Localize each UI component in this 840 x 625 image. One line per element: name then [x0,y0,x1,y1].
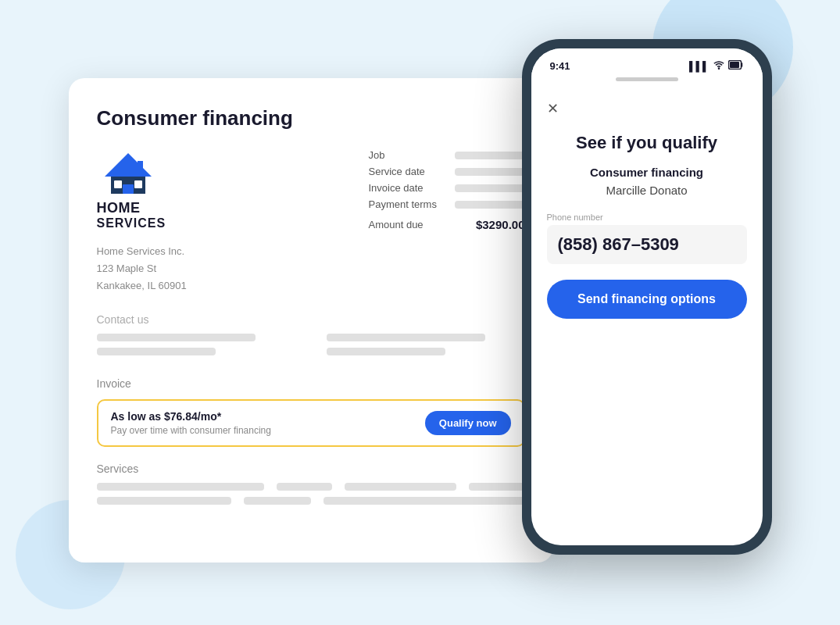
contact-heading: Contact us [97,313,295,326]
services-section-label: Services [97,462,525,475]
srv-bar-6 [244,497,311,505]
invoice-section-label: Invoice [97,377,525,390]
srv-bar-7 [323,497,525,505]
qualify-now-button[interactable]: Qualify now [425,411,511,435]
financing-label: Consumer financing [547,166,747,179]
contact-bar-4 [327,348,445,355]
phone-status-bar: 9:41 ▌▌▌ [531,48,763,77]
invoice-details: Job Service date Invoice date Payment te… [369,149,525,295]
contact-heading-right: . [327,313,525,326]
financing-text-area: As low as $76.84/mo* Pay over time with … [111,410,271,436]
status-icons: ▌▌▌ [689,59,744,73]
scene: Consumer financing HOM [69,39,772,586]
company-address: Home Services Inc. 123 Maple St Kankakee… [97,243,187,295]
svg-point-6 [718,68,719,69]
customer-name: Marcille Donato [547,184,747,197]
amount-due-label: Amount due [369,219,424,230]
detail-row-invoice-date: Invoice date [369,182,525,194]
amount-due-value: $3290.00 [476,218,525,231]
svg-rect-3 [134,180,142,188]
address-line2: 123 Maple St [97,260,187,277]
invoice-card-title: Consumer financing [97,106,525,130]
contact-bar-2 [97,348,216,355]
wifi-icon [713,59,724,73]
payment-terms-label: Payment terms [369,198,437,210]
company-name: HOME [97,201,141,216]
payment-terms-bar [455,201,525,209]
detail-row-payment-terms: Payment terms [369,198,525,210]
svg-rect-4 [123,184,134,194]
phone-number-label: Phone number [547,212,747,222]
invoice-header: HOME SERVICES Home Services Inc. 123 Map… [97,149,525,295]
signal-icon: ▌▌▌ [689,61,710,72]
svg-rect-8 [730,62,739,68]
job-label: Job [369,149,385,161]
contact-section: Contact us . [97,313,525,362]
srv-bar-3 [345,483,456,491]
invoice-card: Consumer financing HOM [69,78,553,562]
contact-bar-3 [327,334,485,341]
address-line1: Home Services Inc. [97,243,187,260]
financing-primary-text: As low as $76.84/mo* [111,410,271,423]
srv-bar-1 [97,483,264,491]
job-bar [455,152,525,159]
amount-due-row: Amount due $3290.00 [369,218,525,231]
contact-bar-1 [97,334,256,341]
service-date-label: Service date [369,166,425,177]
invoice-date-label: Invoice date [369,182,424,194]
address-line3: Kankakee, IL 60901 [97,277,187,295]
contact-col-left: Contact us [97,313,295,362]
status-time: 9:41 [550,60,570,72]
phone-notch [616,77,678,81]
svg-rect-2 [114,180,122,188]
phone-content: ✕ See if you qualify Consumer financing … [531,88,763,545]
send-financing-button[interactable]: Send financing options [547,280,747,319]
battery-icon [728,60,744,72]
srv-bar-4 [469,483,524,491]
phone-number-value[interactable]: (858) 867–5309 [547,225,747,264]
svg-rect-5 [138,161,143,172]
service-date-bar [455,168,525,176]
srv-bar-5 [97,497,231,505]
phone-inner: 9:41 ▌▌▌ [531,48,763,545]
phone-input-group: Phone number (858) 867–5309 [547,212,747,264]
phone-mockup: 9:41 ▌▌▌ [522,39,772,555]
invoice-date-bar [455,184,525,192]
home-logo-icon [97,149,159,196]
contact-col-right: . [327,313,525,362]
company-sub: SERVICES [97,216,166,230]
services-row-2 [97,497,525,505]
qualify-title: See if you qualify [547,133,747,153]
financing-banner: As low as $76.84/mo* Pay over time with … [97,399,525,447]
services-row-1 [97,483,525,491]
detail-row-job: Job [369,149,525,161]
close-button[interactable]: ✕ [547,100,566,117]
svg-marker-0 [105,153,152,177]
srv-bar-2 [277,483,332,491]
financing-secondary-text: Pay over time with consumer financing [111,425,271,436]
detail-row-service-date: Service date [369,166,525,177]
logo-area: HOME SERVICES Home Services Inc. 123 Map… [97,149,187,295]
